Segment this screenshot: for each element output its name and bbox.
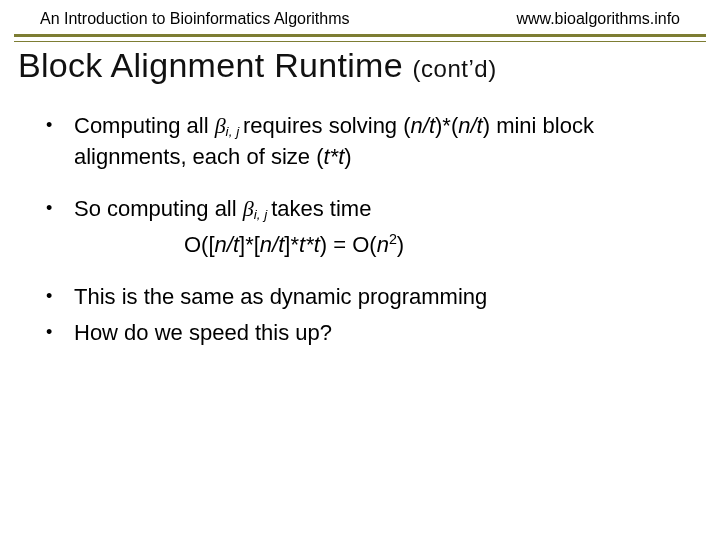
f-mid3: ) = O( bbox=[320, 232, 377, 257]
formula: O([n/t]*[n/t]*t*t) = O(n2) bbox=[74, 230, 680, 260]
f-mid1: ]*[ bbox=[239, 232, 260, 257]
beta-sub-2: i, j bbox=[254, 207, 271, 222]
b1-mid: requires solving ( bbox=[243, 113, 411, 138]
header-right: www.bioalgorithms.info bbox=[516, 10, 680, 28]
f-n: n bbox=[377, 232, 389, 257]
nt2: n/t bbox=[458, 113, 482, 138]
bullet-4: How do we speed this up? bbox=[46, 318, 680, 348]
b1-text: Computing all bbox=[74, 113, 215, 138]
b2-pre: So computing all bbox=[74, 196, 243, 221]
b4-text: How do we speed this up? bbox=[74, 320, 332, 345]
header-left: An Introduction to Bioinformatics Algori… bbox=[40, 10, 349, 28]
bullet-1: Computing all βi, j requires solving (n/… bbox=[46, 111, 680, 172]
slide-header: An Introduction to Bioinformatics Algori… bbox=[0, 0, 720, 34]
f-mid2: ]* bbox=[284, 232, 299, 257]
bullet-list-2: This is the same as dynamic programming … bbox=[46, 282, 680, 347]
title-main: Block Alignment Runtime bbox=[18, 46, 413, 84]
b1-post2: ) bbox=[344, 144, 351, 169]
title-wrap: Block Alignment Runtime (cont’d) bbox=[0, 42, 720, 85]
f-sup: 2 bbox=[389, 231, 397, 247]
slide: An Introduction to Bioinformatics Algori… bbox=[0, 0, 720, 540]
nt1: n/t bbox=[411, 113, 435, 138]
bullet-list: Computing all βi, j requires solving (n/… bbox=[46, 111, 680, 260]
bullet-3: This is the same as dynamic programming bbox=[46, 282, 680, 312]
beta-sub: i, j bbox=[226, 124, 243, 139]
page-title: Block Alignment Runtime (cont’d) bbox=[18, 46, 702, 85]
bullet-2: So computing all βi, j takes time O([n/t… bbox=[46, 194, 680, 261]
f-nt1: n/t bbox=[215, 232, 239, 257]
f-post: ) bbox=[397, 232, 404, 257]
beta-symbol-2: β bbox=[243, 196, 254, 221]
beta-symbol: β bbox=[215, 113, 226, 138]
tt: t*t bbox=[323, 144, 344, 169]
slide-body: Computing all βi, j requires solving (n/… bbox=[0, 85, 720, 347]
f-nt2: n/t bbox=[260, 232, 284, 257]
divider-top bbox=[14, 34, 706, 42]
b2-post: takes time bbox=[271, 196, 371, 221]
title-contd: (cont’d) bbox=[413, 55, 497, 82]
b1-star: )*( bbox=[435, 113, 458, 138]
b3-text: This is the same as dynamic programming bbox=[74, 284, 487, 309]
f-pre: O([ bbox=[184, 232, 215, 257]
f-tt: t*t bbox=[299, 232, 320, 257]
